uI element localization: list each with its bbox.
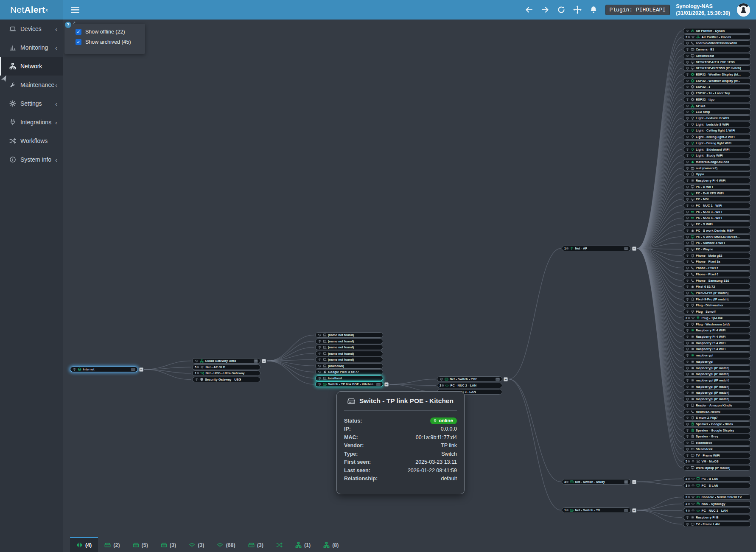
- pan-move-icon[interactable]: [573, 6, 582, 14]
- node-menu-icon[interactable]: [624, 480, 628, 484]
- graph-node-tv-frame-lan[interactable]: TV - Frame LAN: [683, 521, 751, 527]
- graph-node-console-nvidia-shield-tv[interactable]: 3Console - Nvidia Shield TV: [683, 494, 751, 500]
- graph-node-internet[interactable]: Internet: [70, 367, 138, 372]
- node-menu-icon[interactable]: [254, 359, 258, 363]
- graph-node-phone-moto-g82[interactable]: Phone - Moto g82: [683, 253, 751, 258]
- graph-node-light-ceiling-light-2-wifi[interactable]: Light - ceiling-light-2 WiFi: [683, 134, 751, 140]
- graph-node-redmi5a-redmi[interactable]: Redmi5A-Redmi: [683, 409, 751, 415]
- help-icon[interactable]: ?: [65, 22, 71, 28]
- graph-node-esp32-1[interactable]: ESP32 - 1: [683, 84, 751, 90]
- collapse-children-button[interactable]: −: [632, 480, 636, 484]
- sidebar-item-devices[interactable]: Devices ‹: [0, 20, 63, 38]
- topology-tab-6-switch[interactable]: (3): [242, 537, 270, 552]
- graph-node-esp32-1n-laser-toy[interactable]: ESP32 - 1n - Laser Toy: [683, 90, 751, 96]
- graph-node-null-camera[interactable]: null (camera?): [683, 165, 751, 171]
- graph-node-cloud-gateway-ultra[interactable]: Cloud Gateway Ultra: [192, 358, 260, 364]
- graph-node-phone-pixel-6[interactable]: Phone - Pixel 6: [683, 272, 751, 277]
- sidebar-item-system-info[interactable]: System info ‹: [0, 150, 63, 169]
- topology-tab-4-wifi[interactable]: (3): [182, 537, 210, 552]
- user-avatar[interactable]: [737, 3, 750, 17]
- sidebar-item-monitoring[interactable]: Monitoring ‹: [0, 38, 63, 57]
- app-logo[interactable]: NetAlertx: [0, 0, 63, 20]
- graph-node-security-gateway-usg[interactable]: Security Gateway - USG: [192, 377, 260, 382]
- sidebar-item-network[interactable]: Network: [0, 57, 63, 76]
- graph-node-pc-s-work-mmd-67082015[interactable]: PC - S work MMD-67082015...: [683, 234, 751, 240]
- graph-node-switch-tp-link-poe-kitchen[interactable]: Switch - TP link POE - Kitchen: [315, 381, 383, 387]
- graph-node-steamdeck[interactable]: Steamdeck: [683, 446, 751, 452]
- collapse-children-button[interactable]: −: [632, 247, 636, 251]
- graph-node-raspberrypi-ip-match[interactable]: raspberrypi (IP match): [683, 384, 751, 389]
- graph-node-phone-pixel-6[interactable]: Phone - Pixel 6: [683, 265, 751, 271]
- graph-node-raspberry-pi-4-wifi[interactable]: Raspberry Pi 4 WiFi: [683, 340, 751, 346]
- refresh-icon[interactable]: [557, 6, 566, 14]
- graph-node-raspberry-pi-4-wifi[interactable]: Raspberry Pi 4 WiFi: [683, 346, 751, 352]
- graph-node-raspberry-pi-4-wifi[interactable]: Raspberry Pi 4 WiFi: [683, 178, 751, 183]
- graph-node-pc-b-lan[interactable]: 2PC - B LAN: [683, 476, 751, 482]
- graph-node-camera-e1[interactable]: Camera - E1: [683, 47, 751, 52]
- graph-node-net-ap[interactable]: 1Net - AP: [562, 246, 631, 251]
- collapse-children-button[interactable]: −: [262, 359, 266, 363]
- sidebar-item-maintenance[interactable]: Maintenance ‹: [0, 76, 63, 94]
- graph-node-pc-s-lan[interactable]: 3PC - S LAN: [683, 483, 751, 488]
- topology-tab-7-shuffle[interactable]: [270, 537, 289, 552]
- graph-node-raspberry-pi-4-wifi[interactable]: Raspberry Pi 4 WiFi: [683, 334, 751, 339]
- filter-show-offline[interactable]: ✓ Show offline (22): [76, 29, 145, 35]
- graph-node-led-strip[interactable]: LED strip: [683, 109, 751, 115]
- graph-node-raspberrypi-ip-match[interactable]: raspberrypi (IP match): [683, 378, 751, 383]
- graph-node-pc-msi[interactable]: PC - MSI: [683, 196, 751, 202]
- graph-node-speaker-google-black[interactable]: Speaker - Google - Black: [683, 421, 751, 427]
- graph-node-air-purifier-dyson[interactable]: Air Purifier - Dyson: [683, 28, 751, 34]
- graph-node-nas-synology[interactable]: 2NAS - Synology: [683, 501, 751, 507]
- graph-node-raspberrypi-ip-match[interactable]: raspberrypi (IP match): [683, 371, 751, 377]
- graph-node-pc-dell-xps-wifi[interactable]: PC - Dell XPS WiFi: [683, 191, 751, 196]
- collapse-children-button[interactable]: −: [139, 367, 143, 372]
- graph-node-chromecast[interactable]: Chromecast: [683, 53, 751, 59]
- graph-node-esp32-ttgo[interactable]: ESP32 - ttgo: [683, 97, 751, 102]
- graph-node-light-ceiling-light-1-wifi[interactable]: Light - Ceiling-light-1 WiFi: [683, 128, 751, 133]
- graph-node-pc-s-work-daniels-mbp[interactable]: PC - S work Daniels-MBP: [683, 228, 751, 233]
- graph-node-esp32-weather-display-bl[interactable]: ESP32 - Weather Display (bl...: [683, 72, 751, 77]
- graph-node-light-study-wifi[interactable]: Light - Study WiFi: [683, 153, 751, 158]
- graph-node-net-ucg-ultra-gateway[interactable]: 1Net - UCG - Ultra Gateway: [192, 370, 260, 376]
- graph-node-work-laptop-ip-match[interactable]: Work laptop (IP match): [683, 465, 751, 471]
- graph-node-speaker-grey[interactable]: Speaker - Grey: [683, 434, 751, 439]
- graph-node-net-ap-old[interactable]: 5Net - AP OLD: [192, 364, 260, 370]
- graph-node-unknown[interactable]: (unknown): [315, 363, 383, 369]
- node-menu-icon[interactable]: [624, 247, 628, 250]
- graph-node-pc-wayne[interactable]: PC - Wayne: [683, 247, 751, 252]
- graph-node-esp32-weather-display-w[interactable]: ESP32 - Weather Display (w...: [683, 78, 751, 84]
- graph-node-light-sideboard-wifi[interactable]: Light - Sideboard WiFi: [683, 147, 751, 152]
- graph-node-light-bedside-b-wifi[interactable]: Light - bedside B WiFi: [683, 115, 751, 121]
- graph-node-phone-pixel-3a[interactable]: Phone - Pixel 3a: [683, 259, 751, 264]
- node-menu-icon[interactable]: [496, 378, 500, 381]
- graph-node-name-not-found[interactable]: (name not found): [315, 351, 383, 356]
- graph-node-vm-nixos[interactable]: 5VM - NixOS: [683, 459, 751, 464]
- checkbox-checked-icon[interactable]: ✓: [76, 29, 81, 35]
- graph-node-oppo[interactable]: Oppo: [683, 171, 751, 177]
- graph-node-raspberrypi-ip-match[interactable]: raspberrypi (IP match): [683, 390, 751, 395]
- notifications-bell-icon[interactable]: [589, 6, 598, 14]
- graph-node-speaker-google-display[interactable]: Speaker - Google Display: [683, 428, 751, 433]
- sidebar-item-workflows[interactable]: Workflows: [0, 132, 63, 150]
- external-link-icon[interactable]: ↗: [72, 20, 76, 25]
- graph-node-net-switch-tv[interactable]: 1Net - Switch - TV: [562, 507, 631, 513]
- graph-node-reader-amazon-kindle[interactable]: Reader - Amazon Kindle: [683, 403, 751, 408]
- graph-node-net-switch-study[interactable]: 3Net - Switch - Study: [562, 479, 631, 485]
- graph-node-pixel-9-pro-ip-match[interactable]: Pixel-9-Pro (IP match): [683, 290, 751, 296]
- graph-node-raspberrypi-ip-match[interactable]: raspberrypi (IP match): [683, 396, 751, 402]
- graph-node-pc-s-wifi[interactable]: PC - S WiFi: [683, 221, 751, 227]
- topology-tab-8-lan[interactable]: (1): [289, 537, 317, 552]
- node-menu-icon[interactable]: [376, 383, 381, 386]
- graph-node-air-purifier-xiaomi[interactable]: 2Air Purifier - Xiaomi: [683, 34, 751, 40]
- topology-tab-2-switch[interactable]: (5): [126, 537, 154, 552]
- graph-node-phone-samsung-s10[interactable]: Phone - Samsung S10: [683, 278, 751, 283]
- sidebar-item-settings[interactable]: Settings ‹: [0, 94, 63, 113]
- graph-node-name-not-found[interactable]: (name not found): [315, 357, 383, 362]
- graph-node-pixel-6-82-72[interactable]: Pixel-6 82:72: [683, 284, 751, 289]
- graph-node-pc-b-wifi[interactable]: PC - B WiFi: [683, 184, 751, 190]
- graph-node-pc-surface-4-wifi[interactable]: PC - Surface 4 WiFi: [683, 240, 751, 246]
- graph-node-raspberrypi[interactable]: raspberrypi: [683, 353, 751, 358]
- graph-node-plug-washroom-old[interactable]: Plug - Washroom (old): [683, 322, 751, 327]
- graph-node-raspberrypi[interactable]: raspberrypi: [683, 359, 751, 364]
- graph-node-raspberry-pi-b[interactable]: Raspberry Pi B: [683, 515, 751, 520]
